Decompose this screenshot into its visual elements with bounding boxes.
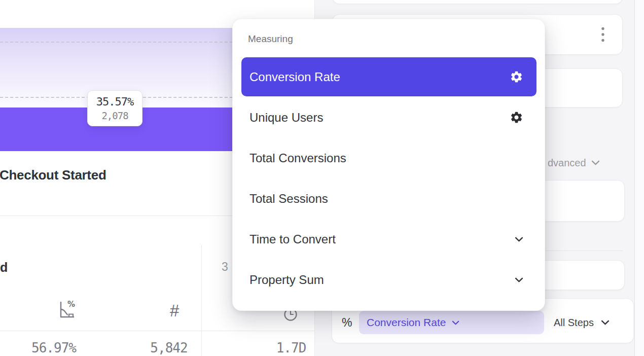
menu-item-property-sum[interactable]: Property Sum [241, 260, 536, 299]
table-step-header-truncated: d [0, 260, 8, 275]
table-column-divider [201, 245, 202, 356]
chevron-down-icon [452, 321, 459, 325]
tooltip-conversion-rate: 35.57% [88, 95, 142, 108]
gear-icon[interactable] [510, 70, 523, 84]
menu-item-label: Unique Users [249, 111, 323, 125]
table-step-number: 3 [222, 260, 228, 274]
measurement-pill-label: Conversion Rate [367, 316, 446, 329]
metric-symbol: % [342, 311, 352, 334]
menu-item-total-sessions[interactable]: Total Sessions [241, 179, 536, 218]
metric-value-conversion-rate: 56.97% [0, 340, 108, 355]
metric-value-count: 5,842 [122, 340, 216, 355]
chevron-down-icon [515, 277, 523, 282]
svg-text:%: % [67, 300, 75, 309]
menu-item-conversion-rate[interactable]: Conversion Rate [241, 57, 536, 96]
gear-icon[interactable] [510, 111, 523, 124]
chevron-down-icon [591, 160, 600, 165]
tooltip-count: 2,078 [88, 110, 142, 121]
menu-item-label: Total Conversions [249, 151, 346, 165]
measurement-pill-dropdown[interactable]: Conversion Rate [359, 311, 544, 334]
conversion-rate-icon: % [56, 300, 77, 320]
menu-item-time-to-convert[interactable]: Time to Convert [241, 220, 536, 259]
menu-item-label: Total Sessions [249, 192, 328, 206]
measuring-dropdown-menu: Measuring Conversion Rate Unique Users T… [232, 19, 545, 311]
menu-item-label: Time to Convert [249, 232, 336, 246]
menu-item-label: Property Sum [249, 273, 324, 287]
kebab-menu-icon[interactable] [600, 25, 606, 45]
funnel-step-label: Checkout Started [0, 167, 106, 183]
chevron-down-icon [515, 237, 523, 242]
query-step-card-top [332, 0, 623, 4]
count-icon: # [170, 301, 179, 321]
table-row-divider [0, 331, 314, 331]
menu-item-unique-users[interactable]: Unique Users [241, 98, 536, 137]
steps-selector-label: All Steps [554, 317, 594, 329]
chevron-down-icon [601, 320, 610, 325]
steps-selector-dropdown[interactable]: All Steps [554, 311, 610, 334]
menu-title: Measuring [248, 33, 293, 45]
advanced-toggle[interactable]: dvanced [548, 156, 600, 169]
menu-item-total-conversions[interactable]: Total Conversions [241, 138, 536, 177]
advanced-label: dvanced [548, 157, 586, 169]
funnel-tooltip: 35.57% 2,078 [87, 90, 142, 126]
menu-item-label: Conversion Rate [249, 70, 340, 84]
